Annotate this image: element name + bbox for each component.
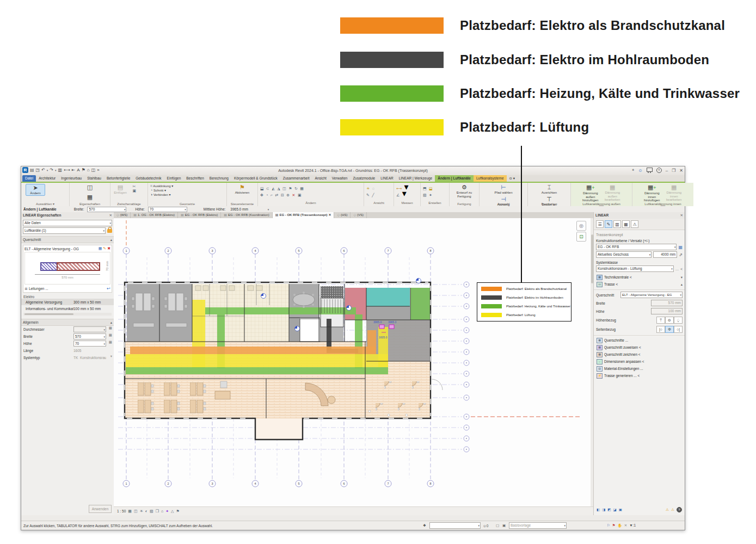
print-icon[interactable]: ▥ [58,168,63,172]
undo-section-icon[interactable]: ↩ [107,286,110,291]
dimension-icon[interactable]: ⇤ [72,168,76,172]
tab-ingenieurbau[interactable]: Ingenieurbau [58,175,84,182]
tool-icon-5[interactable]: ▣ [619,508,622,512]
filter-icon-1[interactable]: ⚐ [607,523,610,528]
daemmung-innen-bearbeiten-button[interactable]: ▦ Dämmung innen bearbeiten [665,184,683,202]
align-left-icon[interactable]: |○ [656,326,665,333]
align-top-icon[interactable]: ⍑ [656,317,665,324]
warnings-tab-icon[interactable]: ⚠ [631,220,638,228]
properties-toggle-button[interactable]: ◫ [81,184,99,191]
aktivieren-button[interactable]: ⚑ Aktivieren [230,184,254,195]
filter-icon-2[interactable]: ⚑ [612,523,616,528]
table-row[interactable]: Allgemeine Versorgung 300 mm x 50 mm [21,299,114,305]
press-drag-icon[interactable]: ▣ [502,523,506,528]
temporary-hide-icon[interactable]: ⌂ [161,509,163,513]
open-icon[interactable]: ▤ [30,168,34,172]
duct-brandschutzkanal-vertical[interactable] [367,330,376,354]
querschnitte-button[interactable]: ▦Querschnitte ... [594,337,685,344]
pfad-waehlen-button[interactable]: ⊢ Pfad wählen [493,184,514,195]
view-tab-ws[interactable]: ◇(WS) [114,212,131,218]
querschnitt-zuweisen-button[interactable]: ▦Querschnitt zuweisen < [594,344,685,351]
warning-icon[interactable]: ⚠ [666,508,669,512]
menu-tab-icon[interactable]: ☰ [596,220,604,228]
measure-angle-icon[interactable]: ∠ [396,193,399,197]
durchmesser-input[interactable]: ▾ [73,326,106,332]
copy-element-icon[interactable]: ◔ [266,193,268,197]
mittlere-hoehe-input[interactable]: 3965.0 mm▾ [229,207,270,212]
tab-koerpermodell[interactable]: Körpermodell & Grundstück [231,175,280,182]
trasse-generieren-button[interactable]: ⚡Trasse generieren ... < [594,372,685,379]
duct-heizung-horizontal[interactable] [126,367,388,374]
tab-berechnung[interactable]: Berechnung [207,175,231,182]
view-tab-eg-koordination[interactable]: ▤EG - OK RFB (Koordination) [221,212,272,218]
tool-icon-4[interactable]: ◪ [613,508,616,512]
more-options-icon[interactable]: … [675,267,679,271]
align-right-icon[interactable]: ○| [674,326,683,333]
zoom-region-icon[interactable]: ⊡ [576,232,586,242]
group-label-auswaehlen[interactable]: Auswählen ▾ [21,202,69,206]
analytical-model-icon[interactable]: △ [171,509,174,514]
template-select[interactable]: Basisvorlage▾ [509,522,567,529]
crop-region-icon[interactable]: ❒ [156,509,159,514]
create-assembly-icon[interactable]: ✦ [429,193,432,197]
panel-close-icon[interactable]: ✕ [680,212,683,219]
tab-beschriften[interactable]: Beschriften [183,175,207,182]
create-group-icon[interactable]: ⬒ [423,187,427,190]
restore-button[interactable]: ❐ [672,168,675,173]
view-tab-vs[interactable]: ◇(VS) [351,212,367,218]
steering-wheel-icon[interactable]: ◎ [576,221,586,231]
detail-level-icon[interactable]: ▦ [128,509,132,514]
geschoss-select[interactable]: Aktuelles Geschoss▾ [596,251,651,258]
align-bottom-icon[interactable]: ⍜ [674,317,683,324]
ausrichten-button[interactable]: ⌶ Ausrichten [540,184,558,195]
crop-view-icon[interactable]: ▧ [150,509,153,514]
view-tab-og-elektro[interactable]: ▤1. OG - OK RFB (Elektro) [131,212,178,218]
dimensionen-anpassen-button[interactable]: ⇔Dimensionen anpassen < [594,358,685,365]
family-types-button[interactable]: ▦ [81,194,99,201]
tab-stahlbau[interactable]: Stahlbau [84,175,104,182]
daemmung-aussen-bearbeiten-button[interactable]: ▦ Dämmung außen bearbeiten [603,184,622,202]
ausklinkung-button[interactable]: ⌗ Ausklinkung ▾ [150,184,226,188]
querschnitt-zeichnen-button[interactable]: ▦Querschnitt zeichnen < [594,351,685,358]
group-icon[interactable]: ▣ [298,193,302,197]
ebene-select[interactable]: EG - OK RFB▾ [596,244,677,250]
hoehe-field[interactable]: 70▾ [73,341,106,347]
offset-pick-icon[interactable]: ⇗ [679,252,683,257]
anwenden-button[interactable]: Anwenden [89,505,112,513]
unjoin-icon[interactable]: ⊟ [281,193,284,197]
calc-icon[interactable]: ▦ [109,326,112,330]
tool-icon-3[interactable]: ◩ [607,508,611,512]
move-icon[interactable]: ✥ [260,193,263,197]
leitungen-button[interactable]: Leitungen ... [29,287,107,290]
select-filter-icon[interactable]: ▼:1 [629,523,636,528]
minimize-button[interactable]: – [666,168,668,173]
align-middle-icon[interactable]: ⊖ [665,317,674,324]
section-icon[interactable]: ◫ [91,168,96,172]
edit-section-icon[interactable]: ✎ [103,246,106,251]
calc-icon[interactable]: ▦ [109,340,112,344]
help-icon[interactable]: ? [656,168,662,173]
redo-icon[interactable]: ↷▾ [50,168,56,172]
search-icon[interactable]: ⌖ [632,168,635,173]
allgemein-section-header[interactable]: Allgemein▴ [21,319,114,326]
daemmung-aussen-hinzufuegen-button[interactable]: ▦+ Dämmung außen hinzufügen [581,184,600,202]
tab-aendern-luftkanaele[interactable]: Ändern | Luftkanäle [435,175,474,182]
reveal-hidden-icon[interactable]: ✦ [165,509,169,514]
querschnitt-section-header[interactable]: Querschnitt▴ [21,236,114,243]
worksharing-icon[interactable]: ❖ [423,523,426,528]
tool-icon-2[interactable]: ◨ [602,508,605,512]
linework-icon[interactable]: ╱ [372,193,374,197]
breite-field[interactable]: 570▾ [73,333,106,339]
constraints-icon[interactable]: ⚑ [176,509,179,514]
material-einstellungen-button[interactable]: ▤Material-Einstellungen ... [594,365,685,372]
help-circle-icon[interactable]: ? [677,507,682,512]
modify-button[interactable]: ➤ Ändern [26,184,45,196]
trasse-row[interactable]: ▭ Trasse < ▴ [594,281,685,288]
daemmung-innen-hinzufuegen-button[interactable]: ▦+ Dämmung innen hinzufügen [643,184,661,202]
tab-gebaeudetechnik[interactable]: Gebäudetechnik [133,175,164,182]
paste-button[interactable]: ▤ Einfügen [111,184,130,195]
design-option-select[interactable]: ▾ [429,522,481,529]
exclude-options-icon[interactable]: ▢ [496,523,499,528]
calculator-tab-icon[interactable]: ▦ [622,220,630,228]
sun-path-icon[interactable]: ☀ [140,509,143,514]
